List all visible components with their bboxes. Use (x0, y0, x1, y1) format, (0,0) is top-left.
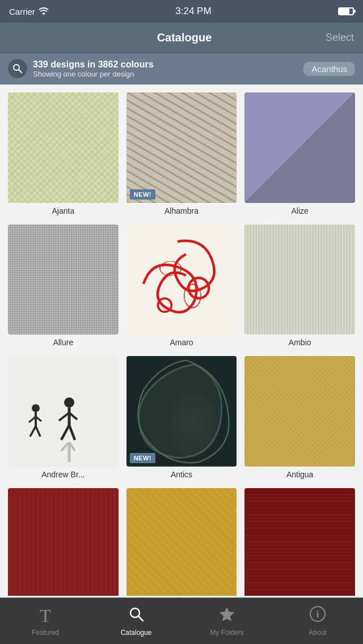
tab-bar: T Featured Catalogue My Folders i About (0, 598, 363, 644)
nav-title: Catalogue (43, 31, 326, 44)
svg-line-9 (30, 426, 36, 437)
new-badge-alhambra: NEW! (130, 189, 155, 200)
acanthus-suggestion[interactable]: Acanthus (303, 62, 355, 76)
status-carrier: Carrier (9, 7, 49, 16)
tab-myfolders-icon (218, 605, 235, 626)
tab-catalogue-icon (128, 605, 145, 626)
tab-about[interactable]: i About (272, 605, 363, 637)
andrewbr-image (8, 356, 119, 467)
alhambra-label: Alhambra (164, 206, 199, 215)
svg-marker-22 (220, 607, 234, 621)
antics-image: NEW! (126, 356, 237, 467)
svg-text:i: i (316, 609, 319, 620)
grid-item-row4c[interactable] (244, 488, 355, 596)
svg-point-3 (188, 278, 209, 298)
tab-catalogue-label: Catalogue (121, 629, 152, 637)
grid-item-ambio[interactable]: Ambio (244, 224, 355, 348)
ajanta-label: Ajanta (52, 206, 74, 215)
search-bar: 339 designs in 3862 colours Showing one … (0, 53, 363, 84)
grid-item-allure[interactable]: Allure (8, 224, 119, 348)
svg-point-11 (64, 397, 74, 408)
grid-item-ajanta[interactable]: Ajanta (8, 92, 119, 215)
grid-item-row4a[interactable] (8, 488, 119, 596)
ambio-label: Ambio (289, 338, 311, 347)
carrier-label: Carrier (9, 7, 35, 16)
status-bar: Carrier 3:24 PM (0, 0, 363, 23)
grid-item-andrewbr[interactable]: Andrew Br... (8, 356, 119, 479)
svg-line-21 (138, 616, 143, 621)
tab-featured[interactable]: T Featured (0, 605, 91, 637)
svg-line-15 (61, 425, 69, 440)
catalogue-grid: Ajanta NEW! Alhambra Alize Allure Amaro … (0, 84, 363, 596)
svg-line-2 (19, 70, 22, 73)
wifi-icon (39, 7, 49, 16)
alize-label: Alize (291, 206, 308, 215)
svg-point-5 (32, 404, 40, 412)
row4c-image (244, 488, 355, 596)
tab-myfolders-label: My Folders (210, 629, 243, 637)
status-time: 3:24 PM (175, 6, 211, 17)
figure2-reflection-icon (52, 442, 86, 462)
row4a-image (8, 488, 119, 596)
search-circle-icon[interactable] (8, 59, 27, 78)
tab-catalogue[interactable]: Catalogue (91, 605, 182, 637)
ajanta-image (8, 92, 119, 203)
grid-item-antigua[interactable]: Antigua (244, 356, 355, 479)
svg-line-13 (59, 413, 69, 421)
svg-line-16 (69, 425, 75, 440)
alize-image (244, 92, 355, 203)
tab-featured-label: Featured (32, 629, 59, 637)
grid-item-amaro[interactable]: Amaro (126, 224, 237, 348)
amaro-svg (126, 224, 237, 335)
allure-image (8, 224, 119, 335)
figure2-icon (52, 396, 86, 447)
grid-item-alize[interactable]: Alize (244, 92, 355, 215)
antigua-label: Antigua (286, 470, 313, 479)
alhambra-image: NEW! (126, 92, 237, 203)
andrewbr-figure-container (8, 356, 119, 467)
antigua-image (244, 356, 355, 467)
svg-line-10 (36, 426, 40, 437)
grid-item-row4b[interactable] (126, 488, 237, 596)
figure1-icon (23, 402, 49, 442)
tab-about-label: About (309, 629, 326, 637)
amaro-label: Amaro (170, 338, 193, 347)
grid-item-antics[interactable]: NEW! Antics (126, 356, 237, 479)
design-count: 339 designs in 3862 colours (33, 60, 154, 70)
svg-point-4 (158, 298, 171, 312)
status-battery (338, 7, 354, 15)
select-button[interactable]: Select (326, 32, 354, 44)
search-info: 339 designs in 3862 colours Showing one … (33, 60, 154, 78)
grid-item-alhambra[interactable]: NEW! Alhambra (126, 92, 237, 215)
svg-point-0 (43, 12, 45, 15)
row4b-image (126, 488, 237, 596)
andrewbr-label: Andrew Br... (41, 470, 85, 479)
antics-svg (126, 356, 237, 467)
tab-about-icon: i (309, 605, 326, 626)
tab-featured-icon: T (40, 605, 51, 626)
nav-bar: Catalogue Select (0, 23, 363, 53)
antics-label: Antics (171, 470, 192, 479)
tab-myfolders[interactable]: My Folders (182, 605, 272, 637)
allure-label: Allure (53, 338, 73, 347)
colour-per-design: Showing one colour per design (33, 70, 154, 78)
ambio-image (244, 224, 355, 335)
battery-icon (338, 7, 354, 15)
amaro-image (126, 224, 237, 335)
